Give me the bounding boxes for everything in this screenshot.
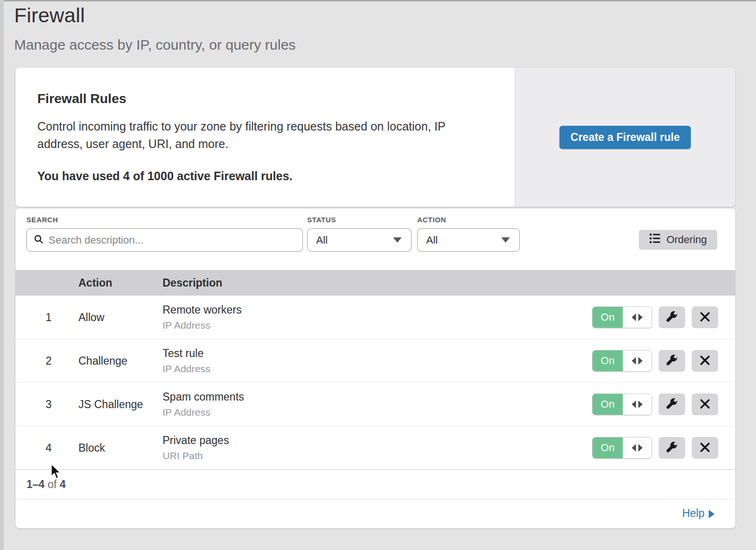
triangle-left-icon <box>632 314 636 321</box>
edit-rule-button[interactable] <box>659 350 685 372</box>
viewport-top-edge <box>0 0 756 1</box>
pagination-of: of <box>48 478 57 490</box>
rule-priority-number: 1 <box>39 311 58 324</box>
triangle-left-icon <box>632 444 636 452</box>
toggle-handle[interactable] <box>623 307 652 328</box>
ordering-button-label: Ordering <box>666 234 707 246</box>
rule-controls: On <box>592 393 718 415</box>
page-subtitle: Manage access by IP, country, or query r… <box>14 37 296 53</box>
arrow-right-icon <box>709 510 714 518</box>
action-label: ACTION <box>417 216 520 224</box>
search-input[interactable] <box>49 234 296 246</box>
ordering-button[interactable]: Ordering <box>639 230 717 250</box>
action-filter-group: ACTION All <box>417 216 520 252</box>
viewport-left-edge <box>0 0 4 550</box>
wrench-icon <box>666 354 678 368</box>
rule-controls: On <box>592 350 718 372</box>
firewall-rules-intro-card: Firewall Rules Control incoming traffic … <box>16 68 735 207</box>
chevron-down-icon <box>501 237 510 243</box>
table-row: 1 Allow Remote workers IP Address On <box>16 296 735 339</box>
status-select[interactable]: All <box>307 228 412 252</box>
toggle-on-label: On <box>593 437 623 458</box>
pagination-row: 1–4 of 4 <box>16 470 735 499</box>
wrench-icon <box>666 441 678 455</box>
status-filter-group: STATUS All <box>307 216 412 252</box>
delete-rule-button[interactable] <box>692 350 718 372</box>
close-icon <box>699 355 711 367</box>
search-icon <box>34 234 44 246</box>
rule-match-type: IP Address <box>163 407 244 418</box>
column-header-description: Description <box>163 277 223 289</box>
chevron-down-icon <box>393 237 402 243</box>
delete-rule-button[interactable] <box>692 306 718 328</box>
delete-rule-button[interactable] <box>692 393 718 415</box>
pagination-total: 4 <box>60 478 66 490</box>
intro-card-text-panel: Firewall Rules Control incoming traffic … <box>16 68 515 207</box>
rule-match-type: IP Address <box>163 363 210 375</box>
intro-card-action-panel: Create a Firewall rule <box>515 68 735 207</box>
close-icon <box>699 398 711 411</box>
search-filter-group: SEARCH <box>26 216 303 252</box>
rule-description-cell: Spam comments IP Address <box>163 391 244 418</box>
triangle-right-icon <box>638 357 643 365</box>
help-link[interactable]: Help <box>682 507 714 520</box>
rule-enabled-toggle[interactable]: On <box>592 350 652 372</box>
table-row: 2 Challenge Test rule IP Address On <box>16 339 735 383</box>
triangle-right-icon <box>638 401 643 408</box>
edit-rule-button[interactable] <box>659 393 685 415</box>
action-select[interactable]: All <box>417 228 520 252</box>
wrench-icon <box>666 311 678 324</box>
toggle-handle[interactable] <box>623 394 652 415</box>
pagination-range: 1–4 <box>26 478 44 490</box>
triangle-left-icon <box>632 357 636 365</box>
edit-rule-button[interactable] <box>659 437 685 459</box>
triangle-right-icon <box>638 314 643 321</box>
firewall-rules-list-card: SEARCH STATUS All ACTION All <box>16 209 735 528</box>
rule-description: Private pages <box>163 434 229 447</box>
pagination-text: 1–4 of 4 <box>26 478 66 491</box>
delete-rule-button[interactable] <box>692 437 718 459</box>
close-icon <box>699 311 711 324</box>
rules-table-body: 1 Allow Remote workers IP Address On <box>16 296 735 470</box>
status-select-value: All <box>316 234 327 246</box>
rule-controls: On <box>592 437 718 459</box>
rule-enabled-toggle[interactable]: On <box>592 306 652 328</box>
help-row: Help <box>16 499 735 527</box>
edit-rule-button[interactable] <box>659 306 685 328</box>
create-firewall-rule-button[interactable]: Create a Firewall rule <box>559 126 690 149</box>
rule-description-cell: Remote workers IP Address <box>163 304 241 331</box>
toggle-handle[interactable] <box>623 350 652 371</box>
triangle-right-icon <box>638 444 643 452</box>
rule-description-cell: Private pages URI Path <box>163 434 229 462</box>
rule-description-cell: Test rule IP Address <box>163 347 210 375</box>
status-label: STATUS <box>307 216 412 224</box>
rule-enabled-toggle[interactable]: On <box>592 393 652 415</box>
toggle-handle[interactable] <box>623 437 652 458</box>
rule-priority-number: 4 <box>39 442 58 454</box>
rule-match-type: URI Path <box>163 450 229 462</box>
rules-usage-text: You have used 4 of 1000 active Firewall … <box>37 169 486 183</box>
filters-bar: SEARCH STATUS All ACTION All <box>16 209 735 270</box>
toggle-on-label: On <box>593 394 623 415</box>
table-row: 4 Block Private pages URI Path On <box>16 426 735 470</box>
action-select-value: All <box>426 234 438 246</box>
ordered-list-icon <box>649 233 661 246</box>
rule-enabled-toggle[interactable]: On <box>592 437 652 459</box>
rule-priority-number: 3 <box>39 398 58 411</box>
rules-table-header: Action Description <box>16 270 735 296</box>
rule-controls: On <box>592 306 718 328</box>
help-link-label: Help <box>682 507 704 520</box>
search-input-wrapper[interactable] <box>26 228 303 252</box>
rule-match-type: IP Address <box>163 320 241 331</box>
page-title: Firewall <box>14 4 85 27</box>
rule-description: Test rule <box>163 347 210 360</box>
rule-action: Allow <box>78 311 104 324</box>
intro-heading: Firewall Rules <box>37 91 486 106</box>
rule-description: Remote workers <box>163 304 241 316</box>
search-label: SEARCH <box>26 216 303 224</box>
triangle-left-icon <box>632 401 636 408</box>
toggle-on-label: On <box>593 350 623 371</box>
rule-action: Block <box>78 442 105 454</box>
rule-description: Spam comments <box>163 391 244 403</box>
table-row: 3 JS Challenge Spam comments IP Address … <box>16 383 735 426</box>
